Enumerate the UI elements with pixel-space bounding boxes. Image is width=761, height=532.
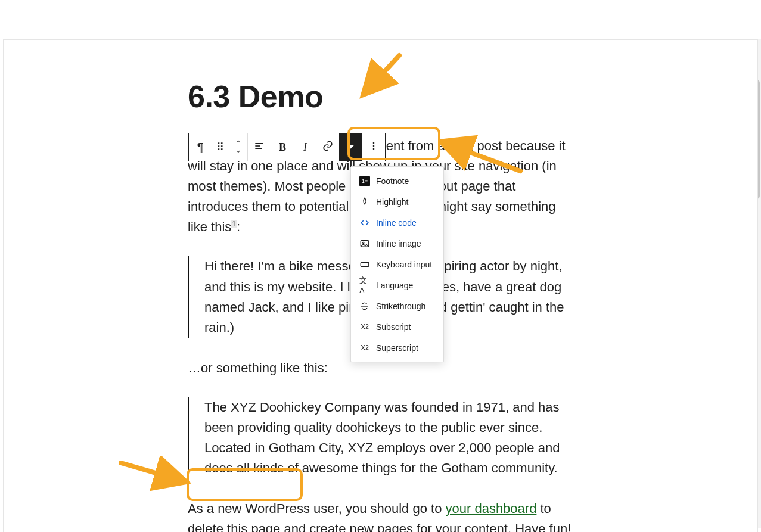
dropdown-label: Footnote: [376, 176, 409, 186]
blockquote-2-text: The XYZ Doohickey Company was founded in…: [204, 397, 575, 478]
dropdown-label: Inline image: [376, 239, 421, 248]
align-left-icon: [253, 140, 265, 155]
paragraph-icon: ¶: [197, 141, 204, 154]
dropdown-item-inline-image[interactable]: Inline image: [351, 233, 443, 254]
dropdown-label: Highlight: [376, 197, 408, 207]
link-icon: [322, 140, 334, 155]
dashboard-link[interactable]: your dashboard: [446, 501, 537, 516]
svg-point-5: [373, 148, 375, 150]
block-type-button[interactable]: ¶: [189, 133, 212, 161]
highlight-icon: [359, 197, 370, 207]
bold-button[interactable]: B: [271, 133, 294, 161]
svg-rect-8: [361, 262, 369, 267]
block-overflow-button[interactable]: [362, 133, 385, 161]
svg-point-4: [373, 145, 375, 147]
link-button[interactable]: [316, 133, 339, 161]
drag-handle[interactable]: ⠿: [212, 133, 229, 161]
subscript-icon: X2: [359, 322, 370, 332]
svg-point-3: [373, 142, 375, 144]
image-icon: [359, 238, 370, 249]
align-button[interactable]: [248, 133, 271, 161]
dropdown-item-footnote[interactable]: 1≡ Footnote: [351, 170, 443, 191]
more-vertical-icon: [368, 140, 380, 155]
bold-icon: B: [279, 141, 286, 154]
block-mover[interactable]: ⌃⌄: [229, 133, 247, 161]
dropdown-label: Keyboard input: [376, 260, 432, 269]
dropdown-item-highlight[interactable]: Highlight: [351, 191, 443, 212]
footnote-marker[interactable]: 1: [231, 220, 237, 228]
post-title[interactable]: 6.3 Demo: [188, 79, 575, 114]
superscript-icon: X2: [359, 343, 370, 353]
dropdown-item-keyboard[interactable]: Keyboard input: [351, 254, 443, 275]
mover-icon: ⌃⌄: [235, 141, 242, 153]
keyboard-icon: [359, 259, 370, 270]
code-icon: [359, 217, 370, 228]
block-toolbar: ¶ ⠿ ⌃⌄ B I: [188, 133, 386, 161]
dropdown-label: Strikethrough: [376, 301, 425, 311]
paragraph-tail: :: [237, 219, 240, 234]
dropdown-item-strikethrough[interactable]: Strikethrough: [351, 295, 443, 316]
dropdown-item-inline-code[interactable]: Inline code: [351, 212, 443, 233]
paragraph-outro[interactable]: As a new WordPress user, you should go t…: [188, 499, 575, 532]
dropdown-label: Subscript: [376, 322, 411, 332]
italic-button[interactable]: I: [294, 133, 316, 161]
strike-icon: [359, 301, 370, 312]
dropdown-item-subscript[interactable]: X2 Subscript: [351, 316, 443, 337]
dropdown-item-superscript[interactable]: X2 Superscript: [351, 337, 443, 358]
dropdown-item-language[interactable]: 文A Language: [351, 275, 443, 295]
dropdown-label: Inline code: [376, 218, 417, 228]
language-icon: 文A: [359, 280, 370, 291]
drag-icon: ⠿: [216, 141, 225, 154]
editor-canvas: 6.3 Demo This is an example page. It's d…: [3, 39, 758, 532]
chevron-down-icon: [344, 140, 356, 155]
svg-point-7: [363, 242, 364, 243]
more-rich-text-button[interactable]: [339, 133, 362, 161]
rich-text-dropdown: 1≡ Footnote Highlight Inline code Inline…: [350, 166, 444, 362]
footnote-icon: 1≡: [359, 176, 370, 186]
blockquote-2[interactable]: The XYZ Doohickey Company was founded in…: [188, 397, 575, 478]
outro-a: As a new WordPress user, you should go t…: [188, 501, 446, 516]
window-top-bar: [0, 0, 761, 2]
dropdown-label: Superscript: [376, 343, 418, 353]
dropdown-label: Language: [376, 281, 413, 290]
italic-icon: I: [303, 141, 307, 154]
